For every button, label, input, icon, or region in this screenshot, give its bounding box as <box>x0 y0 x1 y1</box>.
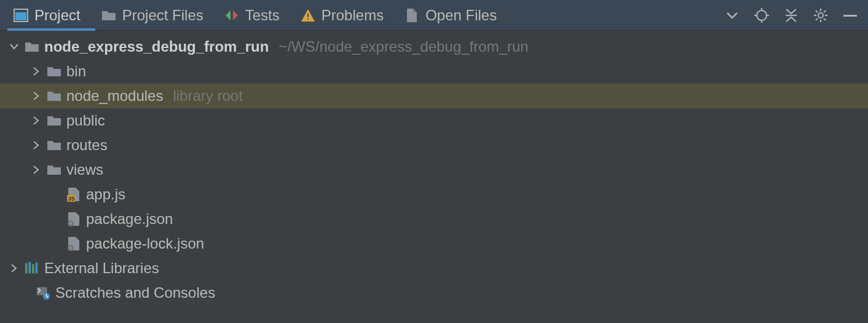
chevron-right-icon[interactable] <box>31 115 42 126</box>
svg-line-18 <box>824 10 826 12</box>
tab-label: Tests <box>245 7 280 24</box>
tree-item-label: node_modules <box>66 87 163 105</box>
scratches-icon <box>36 285 50 300</box>
tree-item-label: package.json <box>86 210 173 228</box>
tree-item-bin[interactable]: bin <box>0 59 868 84</box>
tab-project[interactable]: Project <box>7 0 95 30</box>
tree-item-external-libraries[interactable]: External Libraries <box>0 256 868 281</box>
tree-item-label: views <box>66 161 103 178</box>
chevron-right-icon[interactable] <box>31 66 42 77</box>
project-tool-icon <box>14 8 28 23</box>
svg-rect-19 <box>843 15 857 17</box>
tree-item-package-json[interactable]: package.json <box>0 207 868 231</box>
svg-point-4 <box>757 10 767 20</box>
folder-icon <box>47 162 61 177</box>
folder-icon <box>25 39 39 54</box>
tree-item-routes[interactable]: routes <box>0 133 868 158</box>
svg-line-16 <box>824 18 826 20</box>
tree-item-hint: library root <box>173 87 242 105</box>
tab-label: Project <box>34 7 81 24</box>
tree-item-public[interactable]: public <box>0 108 868 133</box>
chevron-right-icon[interactable] <box>31 164 42 175</box>
tree-item-label: Scratches and Consoles <box>55 284 215 301</box>
json-file-icon <box>66 236 81 251</box>
tree-item-label: External Libraries <box>44 260 159 277</box>
tab-project-files[interactable]: Project Files <box>95 0 218 30</box>
js-file-icon: JS <box>66 187 81 202</box>
tree-item-node-modules[interactable]: node_modules library root <box>0 84 868 108</box>
svg-line-15 <box>816 10 818 12</box>
tree-item-views[interactable]: views <box>0 158 868 182</box>
chevron-down-icon[interactable] <box>9 41 20 52</box>
minimize-icon[interactable] <box>842 7 858 23</box>
project-tool-tabbar: Project Project Files Tests Problems <box>0 0 868 31</box>
tabbar-tools <box>724 0 868 30</box>
tree-item-label: routes <box>66 137 108 154</box>
svg-text:JS: JS <box>68 196 74 202</box>
warning-icon <box>301 8 315 23</box>
svg-rect-2 <box>307 14 309 17</box>
target-icon[interactable] <box>754 7 770 23</box>
project-tree: node_express_debug_from_run ~/WS/node_ex… <box>0 31 868 305</box>
svg-point-25 <box>69 247 72 249</box>
tree-item-label: public <box>66 112 105 129</box>
chevron-right-icon[interactable] <box>31 90 42 102</box>
tab-label: Problems <box>322 7 384 24</box>
tab-label: Project Files <box>122 7 203 24</box>
tree-item-label: bin <box>66 63 86 80</box>
tests-icon <box>224 8 239 23</box>
tab-problems[interactable]: Problems <box>294 0 398 30</box>
tree-item-app-js[interactable]: JS app.js <box>0 182 868 207</box>
folder-icon <box>47 64 61 79</box>
gear-icon[interactable] <box>813 7 829 23</box>
folder-icon <box>101 8 116 23</box>
tree-item-package-lock-json[interactable]: package-lock.json <box>0 231 868 256</box>
collapse-all-icon[interactable] <box>783 7 799 23</box>
svg-rect-29 <box>36 263 38 274</box>
svg-rect-27 <box>28 262 31 273</box>
chevron-down-icon[interactable] <box>724 7 740 23</box>
svg-rect-28 <box>32 265 34 274</box>
tab-label: Open Files <box>425 7 497 24</box>
tree-item-label: app.js <box>86 186 125 203</box>
tree-item-scratches[interactable]: Scratches and Consoles <box>0 281 868 305</box>
file-icon <box>404 8 419 23</box>
tab-tests[interactable]: Tests <box>218 0 294 30</box>
chevron-right-icon[interactable] <box>31 140 42 151</box>
tree-root-path: ~/WS/node_express_debug_from_run <box>278 38 528 55</box>
svg-rect-26 <box>25 263 28 274</box>
libraries-icon <box>25 261 39 276</box>
folder-icon <box>47 113 61 128</box>
svg-point-10 <box>818 13 823 18</box>
svg-line-17 <box>816 18 818 20</box>
svg-point-23 <box>69 222 72 225</box>
tree-item-label: package-lock.json <box>86 235 204 252</box>
tree-root[interactable]: node_express_debug_from_run ~/WS/node_ex… <box>0 34 868 59</box>
svg-rect-3 <box>307 18 309 20</box>
folder-icon <box>47 89 61 103</box>
svg-rect-1 <box>15 12 26 20</box>
tab-open-files[interactable]: Open Files <box>398 0 511 30</box>
json-file-icon <box>66 212 81 226</box>
chevron-right-icon[interactable] <box>9 263 20 274</box>
folder-icon <box>47 138 61 153</box>
tree-root-name: node_express_debug_from_run <box>44 38 269 55</box>
